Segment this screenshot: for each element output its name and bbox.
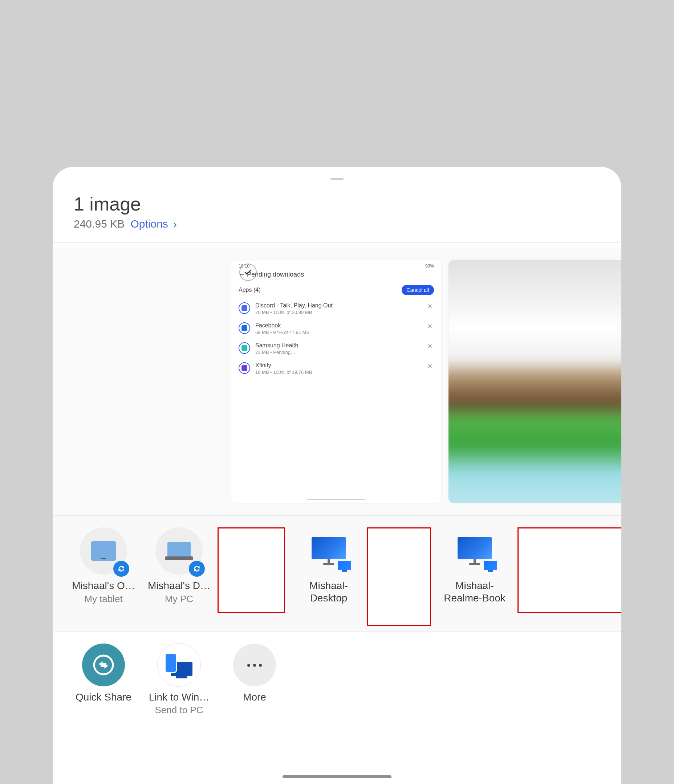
ss-title: Pending downloads <box>247 271 304 278</box>
device-placeholder <box>217 527 285 613</box>
device-desktop-1[interactable]: Mishaal-Desktop <box>292 527 366 604</box>
link-to-windows-sub: Send to PC <box>155 705 203 716</box>
device-placeholder <box>518 527 621 613</box>
ss-download-item: Discord - Talk, Play, Hang Out20 MB • 10… <box>239 302 434 315</box>
device-name: Mishaal-Realme-Book <box>438 580 512 604</box>
preview-row[interactable]: 10:10 99% ← Pending downloads Apps (4) C… <box>53 248 621 515</box>
device-desktop-2[interactable]: Mishaal-Realme-Book <box>438 527 512 604</box>
file-size: 240.95 KB <box>74 218 125 230</box>
device-name: Mishaal's D… <box>142 580 216 592</box>
chevron-right-icon <box>172 218 178 231</box>
devices-row: Mishaal's O… My tablet Mishaal's D… My P… <box>53 515 621 632</box>
sync-badge-icon <box>113 561 129 577</box>
nav-bar-indicator[interactable] <box>282 775 392 778</box>
device-name: Mishaal's O… <box>67 580 140 592</box>
more-label: More <box>217 691 292 703</box>
monitor-icon <box>305 527 352 575</box>
ss-status-time: 10:10 <box>239 263 250 269</box>
device-sub: My PC <box>165 593 193 605</box>
more-icon <box>233 644 276 686</box>
options-button[interactable]: Options <box>130 218 178 230</box>
share-sheet: 1 image 240.95 KB Options <box>53 167 621 784</box>
options-label: Options <box>130 218 168 230</box>
monitor-small-icon <box>484 561 497 572</box>
sync-badge-icon <box>189 561 205 577</box>
device-tablet[interactable]: Mishaal's O… My tablet <box>67 527 140 605</box>
ss-cancel-all: Cancel all <box>402 285 434 295</box>
device-name: Mishaal-Desktop <box>292 580 366 604</box>
quick-share-icon <box>82 644 125 686</box>
device-sub: My tablet <box>84 593 123 605</box>
quick-share-label: Quick Share <box>67 691 140 703</box>
monitor-small-icon <box>338 561 351 572</box>
drag-handle[interactable] <box>331 178 343 180</box>
link-to-windows-icon <box>158 644 200 686</box>
ss-apps-label: Apps (4) <box>239 287 261 293</box>
preview-item-1[interactable]: 10:10 99% ← Pending downloads Apps (4) C… <box>231 260 441 503</box>
ss-download-item: Samsung Health23 MB • Pending…✕ <box>239 342 434 355</box>
more-button[interactable]: More <box>217 644 292 703</box>
page-title: 1 image <box>74 193 600 215</box>
monitor-icon <box>451 527 498 575</box>
preview-screenshot-content: 10:10 99% ← Pending downloads Apps (4) C… <box>231 260 441 503</box>
preview-photo-blurred <box>448 260 621 503</box>
link-to-windows-label: Link to Win… <box>142 691 216 703</box>
quick-share-button[interactable]: Quick Share <box>67 644 140 703</box>
device-laptop[interactable]: Mishaal's D… My PC <box>142 527 216 605</box>
actions-row: Quick Share Link to Win… Send to PC More <box>53 632 621 741</box>
preview-item-2[interactable] <box>448 260 621 503</box>
header-subline: 240.95 KB Options <box>74 218 600 230</box>
ss-status-battery: 99% <box>425 263 434 269</box>
divider <box>53 243 621 243</box>
ss-download-item: Facebook69 MB • 97% of 47.91 MB✕ <box>239 322 434 335</box>
header: 1 image 240.95 KB Options <box>74 193 600 230</box>
ss-download-item: Xfinity18 MB • 100% of 19.76 MB✕ <box>239 362 434 375</box>
device-placeholder <box>367 527 431 626</box>
link-to-windows-button[interactable]: Link to Win… Send to PC <box>142 644 216 716</box>
